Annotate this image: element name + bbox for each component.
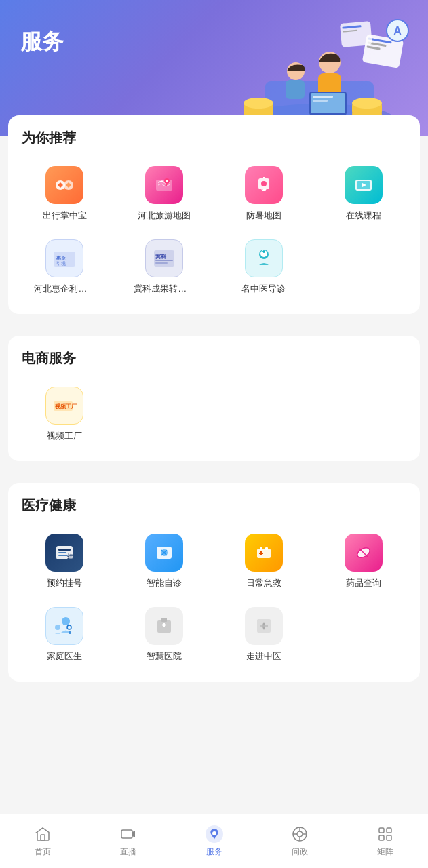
tcm-icon [245,607,283,645]
medical-section: 医疗健康 挂 预约挂号 [8,483,420,682]
live-icon [119,825,138,844]
nav-item-matrix[interactable]: 矩阵 [343,825,428,858]
svg-text:引税: 引税 [56,261,66,266]
enterprise-label: 河北惠企利民政... [34,283,95,295]
medicine-label: 药品查询 [346,577,381,589]
svg-text:挂: 挂 [66,553,73,559]
wenzheng-nav-label: 问政 [292,846,308,858]
live-nav-label: 直播 [120,846,136,858]
svg-point-66 [55,625,60,630]
travel-icon [45,166,83,204]
service-item-medicine-query[interactable]: 药品查询 [313,528,413,595]
service-icon [205,825,224,844]
svg-text:A: A [393,25,402,37]
service-item-smart-diagnosis[interactable]: 智能自诊 [115,528,214,595]
svg-rect-84 [379,828,384,833]
service-item-online-course[interactable]: 在线课程 [313,161,413,227]
video-factory-icon: 视频工厂 [45,387,83,425]
home-icon [33,825,52,844]
svg-rect-85 [387,828,391,833]
smart-hospital-label: 智慧医院 [147,650,182,663]
nav-item-home[interactable]: 首页 [0,825,85,858]
recommended-section: 为你推荐 出行掌中宝 [8,115,420,314]
tcm-doctor-label: 名中医导诊 [241,283,286,295]
svg-rect-53 [58,555,68,556]
ecommerce-section: 电商服务 视频工厂 视频工厂 [8,336,420,461]
svg-point-65 [62,617,70,625]
jikey-label: 冀科成果转化网 [134,283,195,295]
service-item-tcm-doctor[interactable]: 名中医导诊 [214,234,314,300]
service-item-travel[interactable]: 出行掌中宝 [15,161,115,227]
svg-point-67 [67,625,71,629]
bottom-navigation: 首页 直播 服务 [0,814,428,868]
svg-rect-69 [161,618,167,622]
nav-item-service[interactable]: 服务 [171,825,256,858]
tcm-label: 走进中医 [246,650,281,663]
medical-grid: 挂 预约挂号 智能自诊 [15,528,413,668]
svg-rect-58 [260,547,262,550]
enterprise-icon: 惠企 引税 [45,239,83,277]
svg-rect-52 [58,552,66,553]
hebei-map-label: 河北旅游地图 [138,210,191,222]
svg-rect-20 [340,21,372,47]
emergency-label: 日常急救 [246,577,281,589]
matrix-icon [376,825,395,844]
emergency-icon [245,534,283,572]
smart-diag-label: 智能自诊 [147,577,182,589]
svg-text:视频工厂: 视频工厂 [54,403,77,410]
svg-rect-12 [313,96,333,98]
service-item-emergency[interactable]: 日常急救 [214,528,314,595]
smart-hospital-icon [145,607,183,645]
online-course-icon [345,166,383,204]
tcm-doctor-icon [245,239,283,277]
service-item-smart-hospital[interactable]: 智慧医院 [115,601,214,668]
wenzheng-icon [290,825,309,844]
online-course-label: 在线课程 [346,210,381,222]
service-item-family-doctor[interactable]: 家庭医生 [15,601,115,668]
service-item-appointment[interactable]: 挂 预约挂号 [15,528,115,595]
service-item-hebei-map[interactable]: 河北旅游地图 [115,161,214,227]
travel-label: 出行掌中宝 [43,210,87,222]
family-doctor-icon [45,607,83,645]
family-doctor-label: 家庭医生 [47,650,82,663]
svg-point-7 [352,98,382,108]
nav-item-wenzheng[interactable]: 问政 [257,825,343,858]
svg-rect-43 [155,262,168,264]
svg-rect-42 [155,260,173,261]
smart-diag-icon [145,534,183,572]
matrix-nav-label: 矩阵 [377,846,393,858]
ecommerce-title: 电商服务 [15,349,413,368]
svg-rect-59 [265,547,268,550]
heat-map-icon [245,166,283,204]
service-item-heat-map[interactable]: 防暑地图 [214,161,314,227]
svg-point-77 [212,831,216,835]
svg-point-4 [244,98,273,108]
service-nav-label: 服务 [206,846,222,858]
svg-text:惠企: 惠企 [56,255,66,260]
svg-point-79 [297,831,303,837]
service-item-hebei-enterprise[interactable]: 惠企 引税 河北惠企利民政... [15,234,115,300]
svg-rect-13 [313,100,328,102]
svg-rect-86 [379,835,384,840]
appointment-icon: 挂 [45,534,83,572]
recommended-grid: 出行掌中宝 河北旅游地图 [15,161,413,300]
appointment-label: 预约挂号 [47,577,82,589]
recommended-title: 为你推荐 [15,129,413,147]
jikey-icon: 冀科 [145,239,183,277]
svg-point-29 [166,180,168,182]
svg-rect-51 [58,549,71,551]
nav-item-live[interactable]: 直播 [85,825,171,858]
heat-map-label: 防暑地图 [246,210,281,222]
service-item-tcm[interactable]: 走进中医 [214,601,314,668]
page-title: 服务 [20,27,64,57]
svg-rect-75 [121,830,132,838]
service-item-video-factory[interactable]: 视频工厂 视频工厂 [15,381,115,448]
service-item-jikey[interactable]: 冀科 冀科成果转化网 [115,234,214,300]
hebei-map-icon [145,166,183,204]
video-factory-label: 视频工厂 [47,430,82,442]
svg-rect-87 [387,835,391,840]
svg-point-31 [261,181,267,186]
ecommerce-grid: 视频工厂 视频工厂 [15,381,413,448]
svg-text:冀科: 冀科 [155,254,167,260]
home-nav-label: 首页 [35,846,51,858]
